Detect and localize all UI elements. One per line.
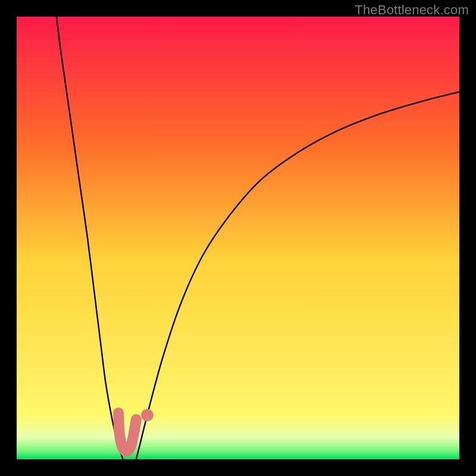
gradient-background (17, 17, 459, 459)
watermark-text: TheBottleneck.com (355, 2, 469, 18)
chart-svg (17, 17, 459, 459)
chart-frame: TheBottleneck.com (0, 0, 476, 476)
right-dot (141, 409, 154, 421)
plot-area (17, 17, 459, 459)
